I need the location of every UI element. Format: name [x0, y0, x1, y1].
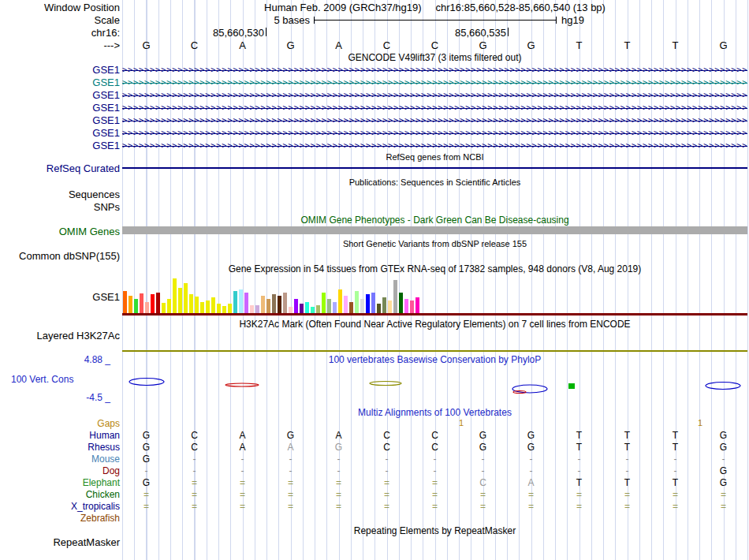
- gtex-bar[interactable]: [266, 299, 270, 313]
- gene-strand-arrows[interactable]: >>>>>>>>>>>>>>>>>>>>>>>>>>>>>>>>>>>>>>>>…: [122, 102, 747, 114]
- gtex-bar[interactable]: [349, 302, 353, 313]
- gtex-bar[interactable]: [173, 278, 177, 313]
- gene-strand-arrows[interactable]: >>>>>>>>>>>>>>>>>>>>>>>>>>>>>>>>>>>>>>>>…: [122, 140, 747, 152]
- gtex-bar[interactable]: [415, 297, 419, 313]
- species-label-rhesus[interactable]: Rhesus: [0, 442, 120, 453]
- alignment-cell: -: [667, 454, 684, 465]
- phylop-track-label[interactable]: 100 Vert. Cons: [11, 374, 73, 385]
- gtex-bar[interactable]: [145, 302, 149, 313]
- species-label-zebrafish[interactable]: Zebrafish: [0, 513, 120, 524]
- publications-track-title[interactable]: Publications: Sequences in Scientific Ar…: [122, 177, 747, 188]
- gtex-bar[interactable]: [244, 293, 248, 313]
- gene-label[interactable]: GSE1: [0, 77, 120, 88]
- gtex-bar[interactable]: [261, 296, 265, 313]
- gtex-bar[interactable]: [404, 299, 408, 313]
- gene-label[interactable]: GSE1: [0, 140, 120, 151]
- gtex-bar[interactable]: [217, 304, 221, 313]
- gtex-bar[interactable]: [151, 294, 155, 313]
- repeatmasker-track-label[interactable]: RepeatMasker: [0, 536, 120, 548]
- gtex-bar[interactable]: [255, 305, 259, 313]
- gtex-bar[interactable]: [129, 296, 132, 313]
- species-label-x_tropicalis[interactable]: X_tropicalis: [0, 501, 120, 512]
- gtex-bar[interactable]: [156, 293, 160, 313]
- omim-track-label[interactable]: OMIM Genes: [0, 226, 120, 237]
- gtex-bar[interactable]: [294, 299, 298, 313]
- gtex-bar[interactable]: [360, 299, 364, 313]
- omim-track-title[interactable]: OMIM Gene Phenotypes - Dark Green Can Be…: [122, 215, 747, 226]
- dbsnp-track-title[interactable]: Short Genetic Variants from dbSNP releas…: [122, 239, 747, 249]
- gtex-bar[interactable]: [239, 289, 243, 313]
- gene-strand-arrows[interactable]: >>>>>>>>>>>>>>>>>>>>>>>>>>>>>>>>>>>>>>>>…: [122, 77, 747, 89]
- dbsnp-track-label[interactable]: Common dbSNP(155): [0, 250, 120, 262]
- gtex-bar[interactable]: [289, 307, 293, 313]
- h3k27ac-track-label[interactable]: Layered H3K27Ac: [0, 330, 120, 342]
- gtex-bar[interactable]: [206, 301, 210, 313]
- gtex-bar[interactable]: [327, 299, 331, 313]
- species-label-human[interactable]: Human: [0, 430, 120, 441]
- gtex-bar[interactable]: [184, 283, 188, 313]
- gtex-bar[interactable]: [410, 301, 414, 313]
- gtex-bar[interactable]: [366, 294, 370, 313]
- gene-label[interactable]: GSE1: [0, 64, 120, 76]
- gtex-track-label[interactable]: GSE1: [0, 291, 120, 303]
- gtex-bar[interactable]: [333, 302, 337, 313]
- species-label-elephant[interactable]: Elephant: [0, 477, 120, 488]
- omim-genes-bar[interactable]: [122, 226, 747, 234]
- species-label-chicken[interactable]: Chicken: [0, 489, 120, 500]
- refseq-track-label[interactable]: RefSeq Curated: [0, 162, 120, 174]
- gaps-row-label[interactable]: Gaps: [0, 418, 120, 429]
- gtex-bar[interactable]: [140, 293, 143, 313]
- gene-strand-arrows[interactable]: >>>>>>>>>>>>>>>>>>>>>>>>>>>>>>>>>>>>>>>>…: [122, 114, 747, 127]
- gtex-track-title[interactable]: Gene Expression in 54 tissues from GTEx …: [122, 263, 747, 274]
- gtex-bar[interactable]: [316, 305, 320, 313]
- gtex-bar[interactable]: [123, 291, 127, 313]
- gtex-bar[interactable]: [134, 299, 138, 313]
- h3k27ac-track-title[interactable]: H3K27Ac Mark (Often Found Near Active Re…: [122, 319, 747, 330]
- gtex-bar[interactable]: [305, 302, 309, 313]
- gtex-bar[interactable]: [371, 293, 375, 313]
- gtex-bar[interactable]: [200, 302, 204, 313]
- gene-strand-arrows[interactable]: >>>>>>>>>>>>>>>>>>>>>>>>>>>>>>>>>>>>>>>>…: [122, 89, 747, 102]
- gtex-bar[interactable]: [222, 306, 226, 313]
- gtex-bar[interactable]: [250, 305, 254, 313]
- gtex-bar[interactable]: [382, 297, 386, 313]
- gencode-track-title[interactable]: GENCODE V49lift37 (3 items filtered out): [122, 52, 747, 63]
- gene-label[interactable]: GSE1: [0, 127, 120, 139]
- gtex-bar[interactable]: [167, 299, 171, 313]
- gtex-bar[interactable]: [272, 294, 276, 313]
- species-label-mouse[interactable]: Mouse: [0, 454, 120, 465]
- gene-strand-arrows[interactable]: >>>>>>>>>>>>>>>>>>>>>>>>>>>>>>>>>>>>>>>>…: [122, 127, 747, 140]
- repeatmasker-track-title[interactable]: Repeating Elements by RepeatMasker: [122, 525, 747, 536]
- publications-row-label-snps[interactable]: SNPs: [0, 201, 120, 213]
- gene-label[interactable]: GSE1: [0, 114, 120, 126]
- multiz-track-title[interactable]: Multiz Alignments of 100 Vertebrates: [122, 407, 747, 418]
- gtex-bar[interactable]: [233, 291, 237, 313]
- gtex-bar[interactable]: [344, 296, 348, 313]
- gtex-bar[interactable]: [338, 289, 342, 313]
- gtex-bar[interactable]: [178, 288, 182, 313]
- gtex-bar[interactable]: [162, 303, 166, 313]
- gtex-bar[interactable]: [189, 294, 193, 313]
- gtex-bar[interactable]: [283, 293, 287, 313]
- publications-row-label-sequences[interactable]: Sequences: [0, 189, 120, 200]
- gtex-bar[interactable]: [355, 291, 359, 313]
- gtex-bar[interactable]: [195, 297, 199, 313]
- gtex-bar[interactable]: [393, 280, 397, 313]
- phylop-conservation-plot[interactable]: [122, 359, 747, 406]
- gtex-bar[interactable]: [300, 304, 304, 313]
- gtex-bar[interactable]: [211, 297, 215, 313]
- gtex-bar[interactable]: [388, 301, 392, 313]
- species-label-dog[interactable]: Dog: [0, 465, 120, 476]
- h3k27ac-baseline[interactable]: [122, 350, 747, 352]
- gene-strand-arrows[interactable]: >>>>>>>>>>>>>>>>>>>>>>>>>>>>>>>>>>>>>>>>…: [122, 64, 747, 77]
- gtex-bar[interactable]: [228, 304, 232, 313]
- gtex-bar[interactable]: [377, 304, 381, 313]
- refseq-gene-line[interactable]: [122, 167, 747, 169]
- gtex-bar[interactable]: [322, 293, 326, 313]
- gtex-bar[interactable]: [311, 307, 315, 313]
- gtex-bar[interactable]: [399, 293, 403, 313]
- refseq-track-title[interactable]: RefSeq genes from NCBI: [122, 152, 747, 162]
- gtex-bar[interactable]: [278, 296, 281, 313]
- gene-label[interactable]: GSE1: [0, 102, 120, 114]
- gene-label[interactable]: GSE1: [0, 89, 120, 101]
